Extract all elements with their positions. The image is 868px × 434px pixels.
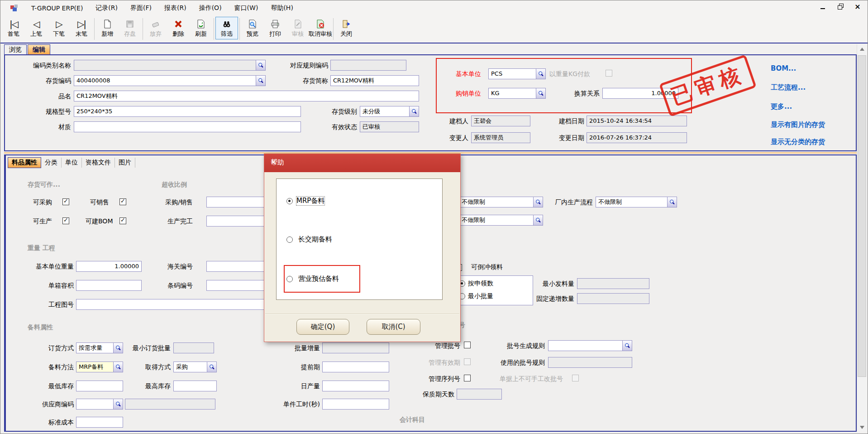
product-name-field[interactable]: CR12MOV精料 xyxy=(74,91,419,101)
drawing-no-field[interactable] xyxy=(76,299,271,310)
tab-picture[interactable]: 图片 xyxy=(115,158,135,168)
item-short-field[interactable]: CR12MOV精料 xyxy=(330,75,419,86)
scroll-up-arrow[interactable] xyxy=(857,44,867,53)
supplier-code-combo[interactable] xyxy=(76,399,123,410)
can-produce-checkbox[interactable] xyxy=(62,217,69,224)
base-weight-field[interactable]: 1.00000 xyxy=(76,261,142,272)
lookup-icon[interactable] xyxy=(622,341,632,351)
ok-button[interactable]: 确定(Q) xyxy=(296,319,349,335)
prev-record-button[interactable]: ◁ 上笔 xyxy=(25,17,48,39)
last-record-button[interactable]: ▷| 末笔 xyxy=(70,17,93,39)
unit-time-label: 单件工时(秒) xyxy=(264,400,320,409)
menu-help[interactable]: 帮助(H) xyxy=(264,2,299,14)
std-cost-field[interactable] xyxy=(76,417,123,428)
link-process-flow[interactable]: 工艺流程... xyxy=(771,83,806,92)
menu-app[interactable]: T-GROUP ERP(E) xyxy=(25,3,89,14)
menu-interface[interactable]: 界面(F) xyxy=(124,2,158,14)
tab-qualification-files[interactable]: 资格文件 xyxy=(82,158,115,168)
batch-rule-combo[interactable] xyxy=(548,340,632,351)
link-show-unclassified[interactable]: 显示无分类的存货 xyxy=(771,138,825,146)
shelf-days-field[interactable] xyxy=(457,389,502,400)
menu-report[interactable]: 报表(R) xyxy=(158,2,193,14)
lookup-icon[interactable] xyxy=(667,197,677,207)
lookup-icon[interactable] xyxy=(409,106,419,116)
code-category-field[interactable] xyxy=(74,60,266,71)
can-bom-checkbox[interactable] xyxy=(119,217,126,224)
prep-method-combo[interactable]: MRP备料 xyxy=(76,362,123,372)
can-purchase-checkbox[interactable] xyxy=(62,198,69,205)
issue-mode-groupbox xyxy=(455,275,533,305)
close-button[interactable]: × xyxy=(854,3,861,10)
level-combo[interactable]: 未分级 xyxy=(360,106,419,117)
sales-forecast-radio[interactable] xyxy=(286,276,293,282)
tab-browse[interactable]: 浏览 xyxy=(4,44,27,55)
min-stock-field[interactable] xyxy=(76,381,123,391)
section-prep: 备料属性 xyxy=(28,323,53,332)
tab-edit[interactable]: 编辑 xyxy=(28,44,50,55)
restrict-combo-1[interactable]: 不做限制 xyxy=(459,197,543,207)
filter-button[interactable]: 筛选 xyxy=(215,17,238,39)
tab-item-attributes[interactable]: 料品属性 xyxy=(8,157,41,168)
scrollbar-thumb[interactable] xyxy=(858,55,866,377)
menu-window[interactable]: 窗口(W) xyxy=(228,2,265,14)
lookup-icon[interactable] xyxy=(256,60,265,70)
menu-record[interactable]: 记录(R) xyxy=(89,2,124,14)
lookup-icon[interactable] xyxy=(256,76,265,86)
lead-time-field[interactable] xyxy=(322,362,389,372)
max-stock-field[interactable] xyxy=(173,381,217,391)
print-button[interactable]: 打印 xyxy=(264,17,286,39)
factory-flow-combo[interactable]: 不做限制 xyxy=(596,197,677,207)
tab-classification[interactable]: 分类 xyxy=(41,158,62,168)
close-form-button[interactable]: 关闭 xyxy=(335,17,358,39)
restore-button[interactable] xyxy=(837,3,844,10)
acquire-mode-label: 取得方式 xyxy=(126,363,171,371)
scroll-down-arrow[interactable] xyxy=(857,423,867,432)
cancel-button[interactable]: 取消(C) xyxy=(367,319,420,335)
unit-time-field[interactable] xyxy=(322,399,389,410)
box-volume-field[interactable] xyxy=(76,280,142,291)
delete-button[interactable]: 删除 xyxy=(167,17,190,39)
link-show-with-pictures[interactable]: 显示有图片的存货 xyxy=(771,121,825,129)
lookup-icon[interactable] xyxy=(113,362,123,372)
minimize-button[interactable] xyxy=(820,3,827,10)
link-bom[interactable]: BOM... xyxy=(771,64,796,72)
new-button[interactable]: 新增 xyxy=(96,17,119,39)
trade-unit-combo[interactable]: KG xyxy=(488,88,546,99)
lookup-icon[interactable] xyxy=(207,362,216,372)
last-record-icon: ▷| xyxy=(77,18,86,30)
cancel-audit-button[interactable]: 取消审核 xyxy=(309,17,332,39)
refresh-button[interactable]: 刷新 xyxy=(190,17,212,39)
lookup-icon[interactable] xyxy=(533,215,543,225)
sales-forecast-option-label[interactable]: 营业预估备料 xyxy=(298,275,339,283)
lookup-icon[interactable] xyxy=(536,88,545,98)
order-mode-combo[interactable]: 按需求量 xyxy=(76,342,123,353)
mrp-prep-radio[interactable] xyxy=(286,198,293,204)
next-record-button[interactable]: ▷ 下笔 xyxy=(48,17,70,39)
lookup-icon[interactable] xyxy=(113,399,123,409)
material-field[interactable] xyxy=(74,121,301,132)
creator-field: 王碧会 xyxy=(471,116,530,126)
mrp-prep-option-label[interactable]: MRP备料 xyxy=(296,197,324,205)
item-code-field[interactable]: 400400008 xyxy=(74,75,266,86)
first-record-button[interactable]: |◁ 首笔 xyxy=(2,17,25,39)
can-sell-checkbox[interactable] xyxy=(119,198,126,205)
restrict-combo-2[interactable]: 不做限制 xyxy=(459,215,543,226)
lookup-icon[interactable] xyxy=(533,197,543,207)
preview-button[interactable]: 预览 xyxy=(241,17,264,39)
rule-code-field[interactable] xyxy=(330,60,406,71)
base-unit-combo[interactable]: PCS xyxy=(488,68,546,79)
manage-serial-checkbox[interactable] xyxy=(464,375,471,381)
long-leadtime-radio[interactable] xyxy=(286,236,293,243)
dialog-close-icon[interactable]: ✕ xyxy=(271,158,454,166)
manage-batch-checkbox[interactable] xyxy=(464,342,471,348)
long-leadtime-option-label[interactable]: 长交期备料 xyxy=(298,235,332,244)
lookup-icon[interactable] xyxy=(536,69,545,79)
help-dialog: 帮助 ✕ MRP备料 长交期备料 营业预估备料 确定(Q) 取消(C) xyxy=(264,154,461,342)
spec-field[interactable]: 250*240*35 xyxy=(74,106,301,117)
daily-output-field[interactable] xyxy=(322,381,389,391)
tab-unit[interactable]: 单位 xyxy=(62,158,82,168)
acquire-mode-combo[interactable]: 采购 xyxy=(173,362,217,372)
preview-magnifier-icon xyxy=(248,18,258,30)
link-more[interactable]: 更多... xyxy=(771,102,792,111)
menu-operate[interactable]: 操作(O) xyxy=(193,2,228,14)
